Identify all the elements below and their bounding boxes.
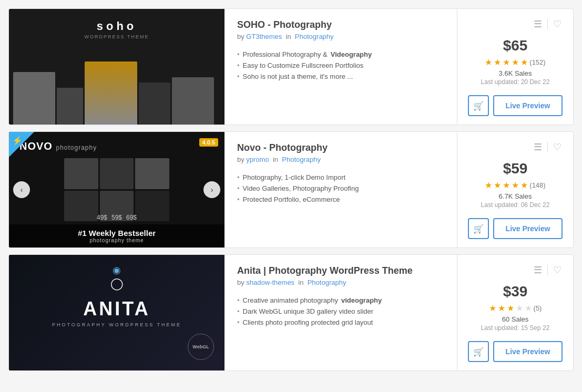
product-title-novo: Novo - Photography	[237, 142, 444, 153]
version-badge-novo: 4.0.5	[199, 138, 218, 147]
price-novo: $59	[503, 160, 528, 177]
lightning-badge-novo: ⚡	[9, 132, 34, 157]
add-to-cart-novo[interactable]: 🛒	[468, 218, 489, 239]
author-link-soho[interactable]: GT3themes	[246, 33, 282, 40]
webgl-badge-anita: WebGL	[188, 334, 214, 360]
anita-mock: ◉ ◯ ANITA PHOTOGRAPHY WORDPRESS THEME We…	[9, 255, 224, 370]
soho-wp-label: WORDPRESS THEME	[85, 34, 149, 39]
novo-cell-1	[64, 158, 98, 189]
feature-item: Video Galleries, Photography Proofing	[237, 183, 444, 194]
stars-anita: ★ ★ ★ ★ ★ (5)	[489, 303, 542, 313]
nav-arrow-right-novo[interactable]: ›	[203, 181, 220, 198]
compare-button-anita[interactable]: ☰	[533, 263, 543, 277]
novo-grid	[64, 158, 169, 221]
price-anita: $39	[503, 283, 528, 300]
product-card-novo: ⚡ NOVO photography 4.0.5 49$ 59$	[8, 131, 574, 248]
wishlist-button-soho[interactable]: ♡	[552, 17, 563, 31]
cart-icon: 🛒	[473, 224, 484, 234]
star-4: ★	[512, 180, 519, 190]
product-pricing-novo: ☰ ♡ $59 ★ ★ ★ ★ ★ (148) 6.7K Sales Last …	[457, 132, 573, 247]
pricing-actions-soho: ☰ ♡	[468, 17, 563, 31]
last-updated-anita: Last updated: 15 Sep 22	[481, 324, 550, 332]
soho-logo-area: soho WORDPRESS THEME	[85, 19, 149, 39]
anita-sub: PHOTOGRAPHY WORDPRESS THEME	[52, 322, 181, 327]
star-1: ★	[485, 180, 492, 190]
divider	[547, 142, 548, 152]
author-link-novo[interactable]: ypromo	[246, 156, 269, 163]
add-to-cart-anita[interactable]: 🛒	[468, 341, 489, 362]
last-updated-soho: Last updated: 20 Dec 22	[481, 78, 550, 86]
star-5: ★	[520, 180, 528, 190]
price-soho: $65	[503, 37, 528, 54]
review-count-soho: (152)	[529, 58, 545, 66]
category-link-novo[interactable]: Photography	[282, 156, 321, 163]
compare-icon: ☰	[534, 265, 542, 275]
product-author-anita: by shadow-themes in Photography	[237, 278, 444, 286]
feature-item: Dark WebGL unique 3D gallery video slide…	[237, 306, 444, 317]
live-preview-button-novo[interactable]: Live Preview	[493, 218, 563, 239]
star-2: ★	[494, 180, 501, 190]
price-strip-novo: 49$ 59$ 69$	[97, 214, 137, 221]
product-card-soho: soho WORDPRESS THEME SOHO - Photography …	[8, 8, 574, 125]
product-card-anita: ◉ ◯ ANITA PHOTOGRAPHY WORDPRESS THEME We…	[8, 254, 574, 371]
category-link-soho[interactable]: Photography	[295, 33, 334, 40]
category-link-anita[interactable]: Photography	[308, 278, 346, 286]
product-pricing-anita: ☰ ♡ $39 ★ ★ ★ ★ ★ (5) 60 Sales Last upda…	[457, 255, 573, 370]
feature-item: Photography, 1-click Demo Import	[237, 172, 444, 183]
star-2: ★	[498, 303, 505, 313]
star-1: ★	[489, 303, 496, 313]
weekly-title-novo: #1 Weekly Bestseller	[15, 229, 218, 238]
product-title-anita: Anita | Photography WordPress Theme	[237, 265, 444, 276]
soho-screen-3	[85, 61, 137, 125]
wishlist-button-anita[interactable]: ♡	[552, 263, 563, 277]
action-row-novo: 🛒 Live Preview	[468, 218, 563, 239]
product-thumbnail-novo: ⚡ NOVO photography 4.0.5 49$ 59$	[9, 132, 224, 247]
compare-button-novo[interactable]: ☰	[533, 140, 543, 154]
compare-button-soho[interactable]: ☰	[533, 17, 543, 31]
product-author-novo: by ypromo in Photography	[237, 156, 444, 163]
compare-icon: ☰	[534, 19, 542, 29]
heart-icon: ♡	[553, 19, 561, 29]
feature-item: Easy to Customize Fullscreen Portfolios	[237, 60, 444, 71]
divider	[547, 265, 548, 275]
soho-screen-1	[13, 72, 55, 125]
svg-text:⚡: ⚡	[12, 136, 23, 146]
star-4: ★	[516, 303, 523, 313]
cart-icon: 🛒	[473, 101, 484, 111]
weekly-overlay-novo: #1 Weekly Bestseller photography theme	[9, 224, 224, 247]
novo-cell-3	[135, 158, 169, 189]
author-link-anita[interactable]: shadow-themes	[246, 278, 294, 286]
novo-cell-4	[64, 191, 98, 222]
last-updated-novo: Last updated: 06 Dec 22	[481, 201, 550, 209]
feature-list-novo: Photography, 1-click Demo Import Video G…	[237, 172, 444, 205]
product-title-soho: SOHO - Photography	[237, 19, 444, 30]
product-list: soho WORDPRESS THEME SOHO - Photography …	[8, 8, 574, 371]
soho-screen-4	[139, 82, 170, 125]
soho-wordmark: soho	[85, 19, 149, 33]
soho-mock: soho WORDPRESS THEME	[9, 9, 224, 125]
feature-item: Professional Photography & Videography	[237, 49, 444, 60]
novo-cell-6	[135, 191, 169, 222]
heart-icon: ♡	[553, 142, 561, 152]
review-count-anita: (5)	[534, 304, 542, 312]
pricing-actions-novo: ☰ ♡	[468, 140, 563, 154]
product-info-soho: SOHO - Photography by GT3themes in Photo…	[224, 9, 457, 125]
heart-icon: ♡	[553, 265, 561, 275]
live-preview-button-soho[interactable]: Live Preview	[493, 95, 563, 116]
star-4: ★	[512, 57, 519, 67]
anita-logo: ANITA	[83, 298, 150, 320]
live-preview-button-anita[interactable]: Live Preview	[493, 341, 563, 362]
stars-soho: ★ ★ ★ ★ ★ (152)	[485, 57, 545, 67]
nav-arrow-left-novo[interactable]: ‹	[13, 181, 30, 198]
wishlist-button-novo[interactable]: ♡	[552, 140, 563, 154]
novo-cell-2	[100, 158, 134, 189]
action-row-anita: 🛒 Live Preview	[468, 341, 563, 362]
sales-novo: 6.7K Sales	[499, 192, 532, 200]
soho-screens	[9, 61, 224, 125]
feature-list-anita: Creative animated photography videograph…	[237, 295, 444, 328]
cart-icon: 🛒	[473, 347, 484, 357]
add-to-cart-soho[interactable]: 🛒	[468, 95, 489, 116]
star-3: ★	[503, 180, 510, 190]
star-1: ★	[485, 57, 492, 67]
product-pricing-soho: ☰ ♡ $65 ★ ★ ★ ★ ★ (152) 3.6K Sales Last …	[457, 9, 573, 125]
